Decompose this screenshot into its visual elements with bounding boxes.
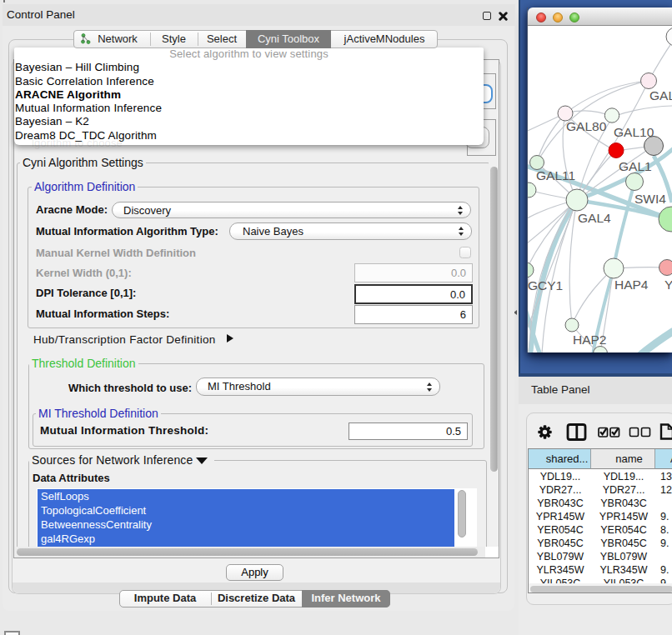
svg-text:GCY1: GCY1 xyxy=(528,278,563,292)
svg-text:GAL11: GAL11 xyxy=(536,168,575,182)
svg-text:Y: Y xyxy=(664,278,672,292)
svg-text:SWI4: SWI4 xyxy=(634,192,666,206)
svg-text:GAL1: GAL1 xyxy=(619,159,652,173)
svg-text:GAL80: GAL80 xyxy=(566,119,607,133)
svg-text:GAL2: GAL2 xyxy=(649,88,672,102)
svg-text:GAL10: GAL10 xyxy=(614,125,654,139)
svg-text:GAL4: GAL4 xyxy=(578,211,611,225)
svg-text:HAP2: HAP2 xyxy=(573,332,607,347)
svg-text:HAP4: HAP4 xyxy=(614,278,649,292)
